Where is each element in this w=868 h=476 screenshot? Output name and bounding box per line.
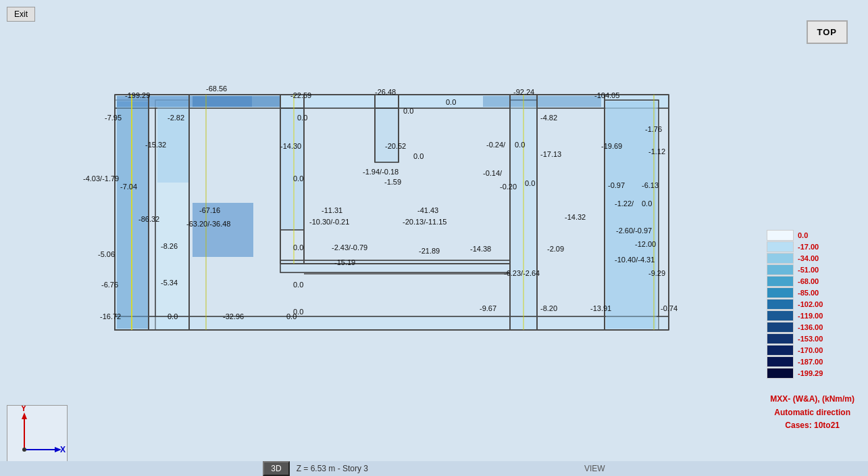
- value-label-v60: -9.67: [480, 304, 496, 312]
- value-label-v6: -92.24: [513, 88, 534, 96]
- svg-text:X: X: [60, 445, 66, 454]
- value-label-v39: -10.30/-0.21: [309, 218, 349, 226]
- legend-color-box: [767, 287, 794, 298]
- value-label-v30: 0.0: [525, 179, 535, 187]
- svg-rect-8: [280, 260, 510, 272]
- legend-title-line1: MXX- (W&A), (kNm/m): [770, 393, 854, 406]
- legend-color-box: [767, 310, 794, 321]
- value-label-v17: 0.0: [413, 152, 424, 160]
- legend-entry: -199.29: [767, 368, 854, 379]
- legend-color-box: [767, 345, 794, 356]
- value-label-v64: -16.72: [100, 312, 121, 320]
- value-label-v26: -1.94/-0.18: [363, 168, 399, 176]
- legend-value-label: -68.00: [798, 277, 819, 285]
- value-label-v23: -4.03/-1.79: [83, 174, 119, 183]
- legend-color-box: [767, 322, 794, 333]
- value-label-v32: -6.13: [642, 181, 659, 189]
- value-label-v43: -2.60/-0.97: [616, 227, 652, 235]
- legend-title-line3: Cases: 10to21: [770, 419, 854, 432]
- value-label-v34: 0.0: [642, 199, 652, 208]
- axis-indicator: Y X: [7, 405, 68, 466]
- value-label-v50: -21.89: [419, 247, 440, 255]
- value-label-v44: -12.00: [635, 240, 656, 248]
- legend-entry: -170.00: [767, 345, 854, 356]
- legend-value-label: -153.00: [798, 335, 823, 343]
- legend-value-label: -51.00: [798, 266, 819, 274]
- value-label-v61: -8.20: [540, 304, 557, 312]
- value-label-v40: -41.43: [417, 206, 438, 214]
- legend-value-label: -136.00: [798, 323, 823, 331]
- legend-color-box: [767, 253, 794, 264]
- legend-color-box: [767, 276, 794, 287]
- legend: 0.0-17.00-34.00-51.00-68.00-85.00-102.00…: [767, 230, 854, 379]
- value-label-v3: -22.59: [290, 91, 311, 99]
- legend-value-label: -85.00: [798, 289, 819, 297]
- value-label-v1: -199.29: [125, 91, 150, 99]
- legend-entry: -187.00: [767, 356, 854, 367]
- legend-value-label: -102.00: [798, 300, 823, 308]
- value-label-v45: -5.06: [98, 250, 115, 258]
- value-label-v21: -19.69: [601, 142, 622, 150]
- value-label-v31: -0.97: [608, 181, 625, 189]
- value-label-v46: -8.26: [161, 242, 178, 250]
- svg-rect-7: [115, 316, 669, 330]
- value-label-v38: -11.31: [322, 206, 342, 214]
- value-label-v29: -0.20: [500, 183, 517, 191]
- value-label-v55: 0.0: [293, 281, 303, 289]
- exit-button[interactable]: Exit: [7, 7, 35, 22]
- value-label-v58: -5.34: [161, 279, 178, 287]
- value-label-v18: -0.24/: [486, 141, 505, 149]
- legend-entry: -51.00: [767, 264, 854, 275]
- value-label-v33: -1.22/: [615, 199, 634, 208]
- value-label-v15: -14.30: [280, 142, 301, 150]
- legend-entry: -68.00: [767, 276, 854, 287]
- value-label-v52: -2.09: [547, 245, 564, 253]
- svg-rect-13: [606, 101, 657, 329]
- value-label-v48: -2.43/-0.79: [332, 243, 367, 252]
- svg-text:Y: Y: [21, 406, 26, 413]
- top-view-button[interactable]: TOP: [807, 20, 848, 44]
- value-label-v37: -63.20/-36.48: [186, 220, 230, 228]
- value-label-v12: -4.82: [540, 114, 557, 122]
- legend-color-box: [767, 241, 794, 252]
- legend-entry: -85.00: [767, 287, 854, 298]
- legend-color-box: [767, 368, 794, 379]
- value-label-v62: -13.91: [590, 304, 611, 312]
- legend-color-box: [767, 333, 794, 344]
- value-label-v65: 0.0: [168, 312, 178, 320]
- value-label-v2: -68.56: [206, 85, 227, 93]
- legend-color-box: [767, 299, 794, 310]
- svg-rect-3: [280, 108, 304, 230]
- value-label-v27: -1.59: [384, 178, 401, 186]
- value-label-v41: -20.13/-11.15: [403, 218, 446, 226]
- value-label-v22: -1.12: [648, 147, 665, 156]
- level-label: Z = 6.53 m - Story 3: [297, 464, 368, 473]
- svg-rect-12: [483, 96, 601, 107]
- status-bar: 3D Z = 6.53 m - Story 3 VIEW: [0, 461, 868, 476]
- value-label-v10: 0.0: [297, 114, 307, 122]
- value-label-v66: -32.96: [223, 312, 244, 320]
- 3d-mode-button[interactable]: 3D: [263, 461, 289, 476]
- legend-value-label: 0.0: [798, 231, 808, 239]
- legend-color-box: [767, 356, 794, 367]
- legend-entry: -102.00: [767, 299, 854, 310]
- legend-entry: -153.00: [767, 333, 854, 344]
- value-label-v54: -9.29: [648, 269, 665, 277]
- structure-canvas: [0, 0, 868, 476]
- value-label-v4: -26.48: [375, 88, 396, 96]
- legend-entry: -136.00: [767, 322, 854, 333]
- value-label-v24: -7.04: [120, 183, 137, 191]
- value-label-v36: -67.16: [199, 206, 220, 214]
- value-label-v57: -6.76: [101, 281, 118, 289]
- legend-entry: -34.00: [767, 253, 854, 264]
- svg-marker-37: [22, 412, 27, 419]
- value-label-v20: -17.13: [540, 150, 561, 158]
- value-label-v11: 0.0: [403, 107, 413, 115]
- value-label-v56: -6.23/-2.64: [504, 269, 540, 277]
- legend-value-label: -34.00: [798, 254, 819, 262]
- value-label-v9: -2.82: [168, 114, 184, 122]
- value-label-v35: -86.32: [138, 215, 159, 223]
- legend-value-label: -187.00: [798, 358, 823, 366]
- value-label-v28: -0.14/: [483, 169, 502, 177]
- value-label-v5: 0.0: [446, 98, 456, 106]
